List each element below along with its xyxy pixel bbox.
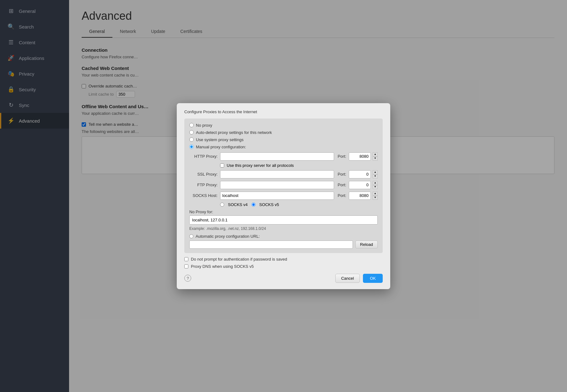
http-port-down[interactable]: ▼ bbox=[373, 156, 378, 161]
bottom-checks-section: Do not prompt for authentication if pass… bbox=[184, 257, 383, 269]
auto-detect-radio[interactable] bbox=[189, 130, 194, 135]
all-protocols-label: Use this proxy server for all protocols bbox=[227, 163, 294, 168]
http-port-input[interactable] bbox=[349, 152, 371, 161]
socks-host-input[interactable] bbox=[220, 192, 334, 200]
socks-port-up[interactable]: ▲ bbox=[373, 192, 378, 196]
http-proxy-input[interactable] bbox=[220, 152, 334, 161]
no-proxy-row: No proxy bbox=[189, 123, 378, 128]
ssl-proxy-input[interactable] bbox=[220, 170, 334, 178]
ftp-proxy-input[interactable] bbox=[220, 181, 334, 189]
socks-v4-label: SOCKS v4 bbox=[228, 202, 248, 207]
no-prompt-row: Do not prompt for authentication if pass… bbox=[184, 257, 383, 262]
ftp-proxy-row: FTP Proxy: Port: ▲ ▼ bbox=[189, 181, 378, 189]
proxy-fields: HTTP Proxy: Port: ▲ ▼ Use this proxy ser… bbox=[189, 152, 378, 249]
no-proxy-radio[interactable] bbox=[189, 123, 194, 127]
auto-proxy-url-row: Reload bbox=[189, 241, 378, 249]
socks-v5-label: SOCKS v5 bbox=[259, 202, 279, 207]
ssl-proxy-label: SSL Proxy: bbox=[189, 172, 218, 177]
proxy-dns-label: Proxy DNS when using SOCKS v5 bbox=[191, 264, 254, 269]
help-button[interactable]: ? bbox=[184, 275, 191, 282]
auto-proxy-row: Automatic proxy configuration URL: bbox=[189, 234, 378, 239]
ssl-port-label: Port: bbox=[338, 172, 346, 177]
socks-port-spinner: ▲ ▼ bbox=[373, 192, 378, 200]
socks-v5-radio[interactable] bbox=[251, 203, 256, 207]
ok-button[interactable]: OK bbox=[363, 274, 383, 283]
no-proxy-label: No proxy bbox=[196, 123, 212, 128]
footer-buttons: Cancel OK bbox=[335, 274, 383, 283]
manual-proxy-row: Manual proxy configuration: bbox=[189, 145, 378, 149]
socks-port-input[interactable] bbox=[349, 192, 371, 200]
ssl-port-input[interactable] bbox=[349, 170, 371, 178]
all-protocols-checkbox[interactable] bbox=[220, 163, 224, 167]
no-prompt-label: Do not prompt for authentication if pass… bbox=[191, 257, 287, 262]
socks-host-row: SOCKS Host: Port: ▲ ▼ bbox=[189, 192, 378, 200]
http-port-up[interactable]: ▲ bbox=[373, 152, 378, 156]
dialog-footer: ? Cancel OK bbox=[184, 274, 383, 283]
help-icon: ? bbox=[186, 276, 189, 281]
all-protocols-row: Use this proxy server for all protocols bbox=[220, 163, 378, 168]
proxy-dialog: Configure Proxies to Access the Internet… bbox=[177, 103, 390, 289]
http-proxy-row: HTTP Proxy: Port: ▲ ▼ bbox=[189, 152, 378, 161]
proxy-dialog-overlay: Configure Proxies to Access the Internet… bbox=[0, 0, 567, 392]
ssl-port-spinner: ▲ ▼ bbox=[373, 170, 378, 178]
reload-button[interactable]: Reload bbox=[355, 241, 378, 248]
example-text: Example: .mozilla.org, .net.nz, 192.168.… bbox=[189, 226, 378, 231]
proxy-options-section: No proxy Auto-detect proxy settings for … bbox=[184, 119, 383, 253]
auto-proxy-label: Automatic proxy configuration URL: bbox=[196, 234, 260, 239]
ftp-port-input[interactable] bbox=[349, 181, 371, 189]
socks-port-label: Port: bbox=[338, 193, 346, 198]
cancel-button[interactable]: Cancel bbox=[335, 274, 360, 283]
ssl-port-down[interactable]: ▼ bbox=[373, 174, 378, 178]
auto-detect-label: Auto-detect proxy settings for this netw… bbox=[196, 130, 272, 135]
ftp-port-label: Port: bbox=[338, 183, 346, 187]
socks-v4-radio[interactable] bbox=[220, 203, 224, 207]
socks-port-down[interactable]: ▼ bbox=[373, 196, 378, 200]
http-port-label: Port: bbox=[338, 154, 346, 159]
socks-host-label: SOCKS Host: bbox=[189, 193, 218, 198]
socks-version-row: SOCKS v4 SOCKS v5 bbox=[220, 202, 378, 207]
use-system-radio[interactable] bbox=[189, 137, 194, 142]
use-system-label: Use system proxy settings bbox=[196, 137, 244, 142]
manual-proxy-label: Manual proxy configuration: bbox=[196, 145, 246, 149]
dialog-title: Configure Proxies to Access the Internet bbox=[184, 109, 383, 114]
ssl-proxy-row: SSL Proxy: Port: ▲ ▼ bbox=[189, 170, 378, 178]
ftp-port-spinner: ▲ ▼ bbox=[373, 181, 378, 189]
no-proxy-for-input[interactable] bbox=[189, 215, 378, 225]
no-prompt-checkbox[interactable] bbox=[184, 257, 188, 261]
http-port-spinner: ▲ ▼ bbox=[373, 152, 378, 161]
auto-detect-row: Auto-detect proxy settings for this netw… bbox=[189, 130, 378, 135]
proxy-dns-checkbox[interactable] bbox=[184, 264, 188, 268]
http-proxy-label: HTTP Proxy: bbox=[189, 154, 218, 159]
proxy-dns-row: Proxy DNS when using SOCKS v5 bbox=[184, 264, 383, 269]
no-proxy-section: No Proxy for: Example: .mozilla.org, .ne… bbox=[189, 209, 378, 231]
auto-proxy-url-input[interactable] bbox=[189, 241, 353, 249]
no-proxy-for-label: No Proxy for: bbox=[189, 209, 378, 214]
ssl-port-up[interactable]: ▲ bbox=[373, 170, 378, 174]
ftp-proxy-label: FTP Proxy: bbox=[189, 183, 218, 187]
auto-proxy-radio[interactable] bbox=[189, 234, 193, 238]
ftp-port-up[interactable]: ▲ bbox=[373, 181, 378, 185]
ftp-port-down[interactable]: ▼ bbox=[373, 185, 378, 189]
manual-proxy-radio[interactable] bbox=[189, 145, 194, 149]
use-system-row: Use system proxy settings bbox=[189, 137, 378, 142]
